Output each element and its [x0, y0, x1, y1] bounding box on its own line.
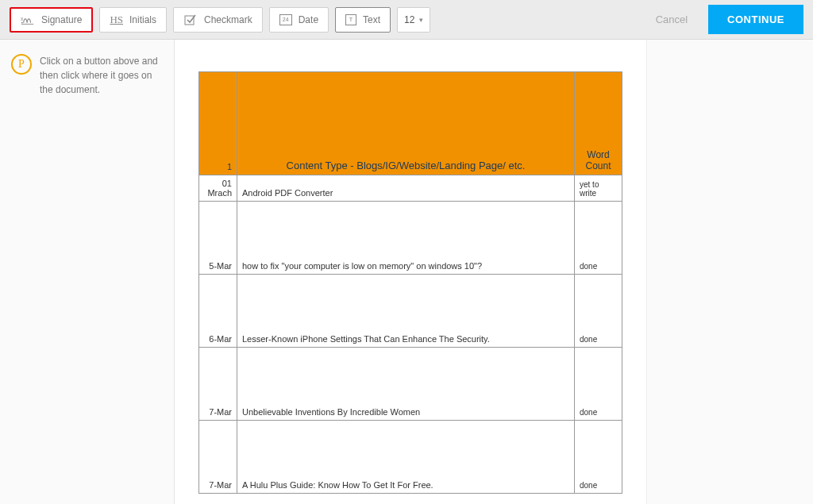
table-row: 7-Mar Unbelievable Inventions By Incredi…: [199, 348, 622, 421]
signature-label: Signature: [41, 14, 82, 25]
status-cell: done: [575, 275, 622, 348]
calendar-icon: 24: [279, 14, 292, 25]
initials-icon: HS: [110, 13, 123, 26]
chevron-down-icon: ▾: [419, 16, 423, 24]
content-table: 1 Content Type - Blogs/IG/Website/Landin…: [198, 71, 622, 494]
document-viewport[interactable]: 1 Content Type - Blogs/IG/Website/Landin…: [175, 40, 646, 504]
text-label: Text: [363, 14, 380, 25]
table-header-word: Word Count: [575, 72, 622, 175]
checkmark-label: Checkmark: [204, 14, 252, 25]
date-cell: 5-Mar: [199, 202, 237, 275]
signature-icon: x: [21, 13, 35, 27]
date-cell: 01 Mrach: [199, 175, 237, 202]
date-label: Date: [299, 14, 318, 25]
date-button[interactable]: 24 Date: [269, 7, 329, 33]
table-row: 6-Mar Lesser-Known iPhone Settings That …: [199, 275, 622, 348]
date-cell: 7-Mar: [199, 348, 237, 421]
font-size-select[interactable]: 12 ▾: [397, 7, 430, 33]
date-cell: 7-Mar: [199, 421, 237, 494]
status-cell: yet to write: [575, 175, 622, 202]
table-header-content: Content Type - Blogs/IG/Website/Landing …: [237, 72, 575, 175]
initials-label: Initials: [129, 14, 156, 25]
content-cell: Android PDF Converter: [237, 175, 575, 202]
initials-button[interactable]: HS Initials: [99, 7, 167, 33]
sidebar: P Click on a button above and then click…: [0, 40, 175, 504]
continue-button[interactable]: CONTINUE: [708, 5, 803, 34]
checkmark-button[interactable]: Checkmark: [173, 7, 263, 33]
help-icon: P: [11, 54, 32, 75]
content-cell: Unbelievable Inventions By Incredible Wo…: [237, 348, 575, 421]
content-area: P Click on a button above and then click…: [0, 40, 813, 504]
table-row: 01 Mrach Android PDF Converter yet to wr…: [199, 175, 622, 202]
toolbar: x Signature HS Initials Checkmark 24 Dat…: [0, 0, 813, 40]
table-header-num: 1: [199, 72, 237, 175]
status-cell: done: [575, 202, 622, 275]
status-cell: done: [575, 348, 622, 421]
checkmark-icon: [183, 13, 198, 27]
text-icon: T: [345, 14, 356, 25]
content-cell: A Hulu Plus Guide: Know How To Get It Fo…: [237, 421, 575, 494]
table-row: 5-Mar how to fix "your computer is low o…: [199, 202, 622, 275]
cancel-button[interactable]: Cancel: [642, 13, 702, 25]
content-cell: how to fix "your computer is low on memo…: [237, 202, 575, 275]
text-button[interactable]: T Text: [335, 7, 391, 33]
content-cell: Lesser-Known iPhone Settings That Can En…: [237, 275, 575, 348]
right-panel: [646, 40, 813, 504]
status-cell: done: [575, 421, 622, 494]
svg-text:x: x: [21, 15, 24, 21]
svg-rect-2: [185, 16, 194, 25]
signature-button[interactable]: x Signature: [10, 7, 93, 33]
help-text: Click on a button above and then click w…: [40, 54, 163, 490]
table-row: 7-Mar A Hulu Plus Guide: Know How To Get…: [199, 421, 622, 494]
font-size-value: 12: [404, 14, 414, 25]
date-cell: 6-Mar: [199, 275, 237, 348]
document-page: 1 Content Type - Blogs/IG/Website/Landin…: [198, 71, 622, 472]
